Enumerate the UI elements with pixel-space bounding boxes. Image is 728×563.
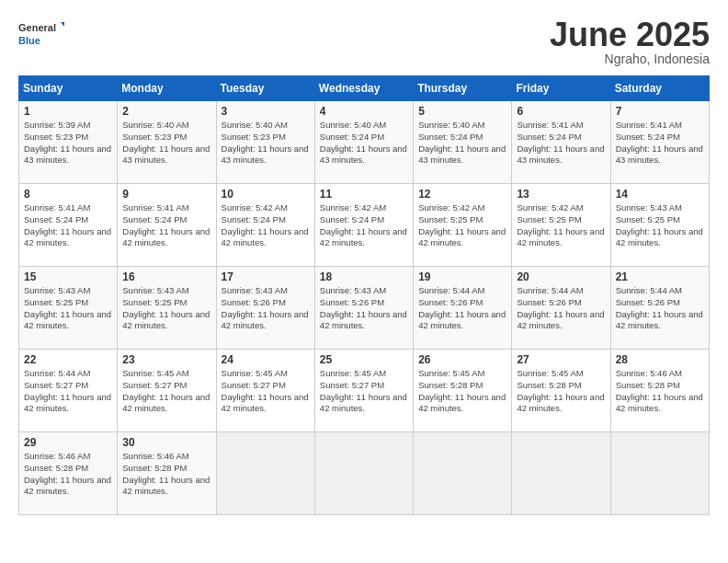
day-info: Sunrise: 5:44 AMSunset: 5:27 PMDaylight:… bbox=[24, 368, 112, 415]
calendar-cell: 21Sunrise: 5:44 AMSunset: 5:26 PMDayligh… bbox=[610, 267, 709, 350]
calendar-cell: 28Sunrise: 5:46 AMSunset: 5:28 PMDayligh… bbox=[610, 350, 709, 432]
day-info: Sunrise: 5:43 AMSunset: 5:26 PMDaylight:… bbox=[320, 285, 408, 332]
day-number: 12 bbox=[418, 188, 506, 201]
day-number: 21 bbox=[616, 270, 704, 283]
day-number: 27 bbox=[517, 353, 605, 366]
location: Ngraho, Indonesia bbox=[550, 52, 710, 66]
calendar-cell: 1Sunrise: 5:39 AMSunset: 5:23 PMDaylight… bbox=[19, 101, 118, 184]
day-info: Sunrise: 5:41 AMSunset: 5:24 PMDaylight:… bbox=[122, 202, 210, 249]
calendar-cell: 3Sunrise: 5:40 AMSunset: 5:23 PMDaylight… bbox=[216, 101, 314, 184]
day-info: Sunrise: 5:43 AMSunset: 5:26 PMDaylight:… bbox=[222, 285, 310, 332]
week-row-4: 22Sunrise: 5:44 AMSunset: 5:27 PMDayligh… bbox=[19, 350, 710, 432]
calendar-cell: 26Sunrise: 5:45 AMSunset: 5:28 PMDayligh… bbox=[414, 350, 512, 432]
day-number: 15 bbox=[24, 270, 112, 283]
month-title: June 2025 bbox=[550, 18, 710, 52]
calendar-cell: 8Sunrise: 5:41 AMSunset: 5:24 PMDaylight… bbox=[19, 184, 118, 267]
day-info: Sunrise: 5:41 AMSunset: 5:24 PMDaylight:… bbox=[24, 202, 112, 249]
day-number: 3 bbox=[222, 105, 310, 118]
day-info: Sunrise: 5:43 AMSunset: 5:25 PMDaylight:… bbox=[122, 285, 210, 332]
calendar-cell bbox=[610, 432, 709, 515]
day-info: Sunrise: 5:46 AMSunset: 5:28 PMDaylight:… bbox=[122, 451, 210, 498]
day-info: Sunrise: 5:44 AMSunset: 5:26 PMDaylight:… bbox=[418, 285, 506, 332]
day-info: Sunrise: 5:46 AMSunset: 5:28 PMDaylight:… bbox=[24, 451, 112, 498]
calendar-cell: 15Sunrise: 5:43 AMSunset: 5:25 PMDayligh… bbox=[19, 267, 118, 350]
day-info: Sunrise: 5:44 AMSunset: 5:26 PMDaylight:… bbox=[517, 285, 605, 332]
calendar-cell bbox=[512, 432, 610, 515]
day-number: 25 bbox=[320, 353, 408, 366]
day-number: 14 bbox=[616, 188, 704, 201]
calendar-cell: 22Sunrise: 5:44 AMSunset: 5:27 PMDayligh… bbox=[19, 350, 118, 432]
calendar-cell: 13Sunrise: 5:42 AMSunset: 5:25 PMDayligh… bbox=[512, 184, 610, 267]
calendar-cell: 25Sunrise: 5:45 AMSunset: 5:27 PMDayligh… bbox=[314, 350, 413, 432]
day-number: 6 bbox=[517, 105, 605, 118]
calendar-cell: 4Sunrise: 5:40 AMSunset: 5:24 PMDaylight… bbox=[314, 101, 413, 184]
svg-text:Blue: Blue bbox=[18, 35, 40, 46]
week-row-5: 29Sunrise: 5:46 AMSunset: 5:28 PMDayligh… bbox=[19, 432, 710, 515]
day-info: Sunrise: 5:45 AMSunset: 5:27 PMDaylight:… bbox=[320, 368, 408, 415]
weekday-monday: Monday bbox=[118, 76, 216, 101]
weekday-thursday: Thursday bbox=[414, 76, 512, 101]
calendar-table: SundayMondayTuesdayWednesdayThursdayFrid… bbox=[18, 75, 710, 515]
weekday-wednesday: Wednesday bbox=[314, 76, 413, 101]
day-number: 1 bbox=[24, 105, 112, 118]
weekday-friday: Friday bbox=[512, 76, 610, 101]
day-number: 4 bbox=[320, 105, 408, 118]
week-row-1: 1Sunrise: 5:39 AMSunset: 5:23 PMDaylight… bbox=[19, 101, 710, 184]
day-info: Sunrise: 5:42 AMSunset: 5:24 PMDaylight:… bbox=[222, 202, 310, 249]
day-number: 10 bbox=[222, 188, 310, 201]
week-row-2: 8Sunrise: 5:41 AMSunset: 5:24 PMDaylight… bbox=[19, 184, 710, 267]
calendar-cell: 12Sunrise: 5:42 AMSunset: 5:25 PMDayligh… bbox=[414, 184, 512, 267]
logo-svg: General Blue bbox=[18, 18, 64, 52]
day-info: Sunrise: 5:43 AMSunset: 5:25 PMDaylight:… bbox=[616, 202, 704, 249]
calendar-cell: 30Sunrise: 5:46 AMSunset: 5:28 PMDayligh… bbox=[118, 432, 216, 515]
day-info: Sunrise: 5:45 AMSunset: 5:28 PMDaylight:… bbox=[418, 368, 506, 415]
day-number: 7 bbox=[616, 105, 704, 118]
day-info: Sunrise: 5:46 AMSunset: 5:28 PMDaylight:… bbox=[616, 368, 704, 415]
calendar-cell: 14Sunrise: 5:43 AMSunset: 5:25 PMDayligh… bbox=[610, 184, 709, 267]
day-number: 13 bbox=[517, 188, 605, 201]
calendar-cell: 29Sunrise: 5:46 AMSunset: 5:28 PMDayligh… bbox=[19, 432, 118, 515]
day-info: Sunrise: 5:39 AMSunset: 5:23 PMDaylight:… bbox=[24, 120, 112, 167]
day-number: 18 bbox=[320, 270, 408, 283]
calendar-cell: 10Sunrise: 5:42 AMSunset: 5:24 PMDayligh… bbox=[216, 184, 314, 267]
day-number: 30 bbox=[122, 436, 210, 449]
calendar-cell bbox=[414, 432, 512, 515]
day-info: Sunrise: 5:40 AMSunset: 5:24 PMDaylight:… bbox=[320, 120, 408, 167]
day-number: 23 bbox=[122, 353, 210, 366]
calendar-cell: 27Sunrise: 5:45 AMSunset: 5:28 PMDayligh… bbox=[512, 350, 610, 432]
calendar-cell: 20Sunrise: 5:44 AMSunset: 5:26 PMDayligh… bbox=[512, 267, 610, 350]
calendar-cell bbox=[314, 432, 413, 515]
day-info: Sunrise: 5:40 AMSunset: 5:23 PMDaylight:… bbox=[122, 120, 210, 167]
calendar-cell: 16Sunrise: 5:43 AMSunset: 5:25 PMDayligh… bbox=[118, 267, 216, 350]
day-info: Sunrise: 5:42 AMSunset: 5:25 PMDaylight:… bbox=[418, 202, 506, 249]
day-info: Sunrise: 5:45 AMSunset: 5:27 PMDaylight:… bbox=[222, 368, 310, 415]
day-number: 16 bbox=[122, 270, 210, 283]
day-number: 29 bbox=[24, 436, 112, 449]
day-info: Sunrise: 5:41 AMSunset: 5:24 PMDaylight:… bbox=[517, 120, 605, 167]
calendar-cell: 24Sunrise: 5:45 AMSunset: 5:27 PMDayligh… bbox=[216, 350, 314, 432]
day-info: Sunrise: 5:43 AMSunset: 5:25 PMDaylight:… bbox=[24, 285, 112, 332]
day-number: 11 bbox=[320, 188, 408, 201]
day-number: 8 bbox=[24, 188, 112, 201]
day-info: Sunrise: 5:41 AMSunset: 5:24 PMDaylight:… bbox=[616, 120, 704, 167]
calendar-cell: 5Sunrise: 5:40 AMSunset: 5:24 PMDaylight… bbox=[414, 101, 512, 184]
calendar-cell: 6Sunrise: 5:41 AMSunset: 5:24 PMDaylight… bbox=[512, 101, 610, 184]
calendar-cell: 9Sunrise: 5:41 AMSunset: 5:24 PMDaylight… bbox=[118, 184, 216, 267]
title-area: June 2025 Ngraho, Indonesia bbox=[550, 18, 710, 66]
svg-text:General: General bbox=[18, 22, 56, 33]
calendar-cell: 7Sunrise: 5:41 AMSunset: 5:24 PMDaylight… bbox=[610, 101, 709, 184]
day-number: 24 bbox=[222, 353, 310, 366]
day-info: Sunrise: 5:42 AMSunset: 5:24 PMDaylight:… bbox=[320, 202, 408, 249]
day-number: 2 bbox=[122, 105, 210, 118]
day-number: 5 bbox=[418, 105, 506, 118]
calendar-cell: 19Sunrise: 5:44 AMSunset: 5:26 PMDayligh… bbox=[414, 267, 512, 350]
weekday-sunday: Sunday bbox=[19, 76, 118, 101]
weekday-saturday: Saturday bbox=[610, 76, 709, 101]
calendar-cell: 17Sunrise: 5:43 AMSunset: 5:26 PMDayligh… bbox=[216, 267, 314, 350]
header: General Blue June 2025 Ngraho, Indonesia bbox=[18, 18, 710, 66]
day-number: 26 bbox=[418, 353, 506, 366]
day-info: Sunrise: 5:42 AMSunset: 5:25 PMDaylight:… bbox=[517, 202, 605, 249]
calendar-cell: 18Sunrise: 5:43 AMSunset: 5:26 PMDayligh… bbox=[314, 267, 413, 350]
day-number: 9 bbox=[122, 188, 210, 201]
day-number: 28 bbox=[616, 353, 704, 366]
